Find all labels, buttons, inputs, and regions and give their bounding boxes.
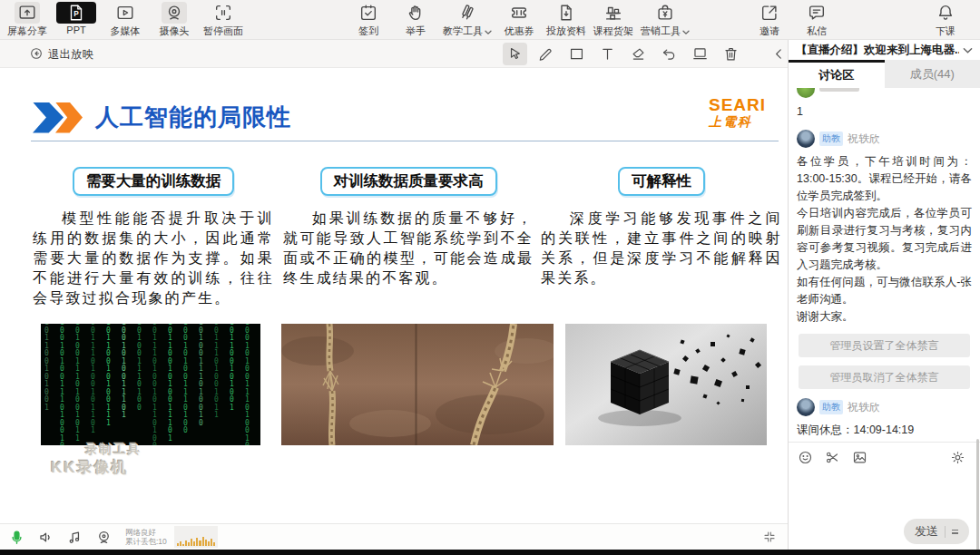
materials-icon — [554, 2, 579, 24]
scissors-icon[interactable] — [825, 450, 840, 465]
slide-title-row: 人工智能的局限性 — [33, 102, 291, 133]
toolbar-item-pause-frame[interactable]: 暂停画面 — [203, 2, 243, 38]
chat-message-text: 课间休息：14:09-14:19 — [797, 422, 972, 439]
section-heading: 需要大量的训练数据 — [73, 167, 235, 196]
gear-icon[interactable] — [950, 450, 965, 465]
ppt-file-icon: P — [56, 2, 96, 24]
tool-board-button[interactable] — [688, 43, 712, 65]
toolbar-item-label: 多媒体 — [111, 24, 141, 38]
tool-undo-button[interactable] — [657, 43, 681, 65]
toolbar-group-teaching: 签到举手教学工具优惠券投放资料课程货架营销工具 — [348, 2, 690, 38]
chat-message-text: 1 — [797, 103, 972, 121]
avatar[interactable] — [797, 130, 815, 148]
matrix-column: 1 0 1 1 0 0 1 0 1 0 0 1 1 1 — [106, 324, 111, 427]
toolbar-group-social: 邀请私信 — [750, 2, 837, 38]
annotation-toolbar — [503, 43, 822, 65]
toolbar-item-private-message[interactable]: 私信 — [797, 2, 837, 38]
matrix-column: 1 0 0 1 0 1 0 0 1 1 1 0 1 0 0 — [183, 324, 188, 435]
audio-level-meter — [174, 526, 218, 548]
emoji-icon[interactable] — [798, 450, 813, 465]
live-title-bar[interactable]: 【直播介绍】欢迎来到上海电器... — [789, 40, 980, 60]
matrix-code-image: 1 0 1 1 0 0 1 0 1 0 0 11 0 0 1 0 1 0 0 1… — [41, 324, 260, 445]
watermark-line1: 录制工具 — [85, 443, 142, 458]
matrix-column: 1 0 1 0 0 1 1 1 0 1 0 0 1 0 — [199, 324, 203, 427]
webcam-icon — [162, 2, 187, 24]
marketing-tools-icon — [652, 2, 678, 24]
slide-title: 人工智能的局限性 — [95, 102, 291, 133]
invite-icon — [757, 2, 782, 24]
matrix-column: 1 0 0 1 0 1 0 0 1 1 1 0 1 0 0 1 0 — [245, 324, 250, 445]
tool-trash-button[interactable] — [719, 43, 743, 65]
tool-eraser-button[interactable] — [626, 43, 651, 65]
chevron-down-icon — [682, 26, 690, 37]
logo-text: SEARI — [709, 96, 766, 113]
recorder-watermark: 录制工具 KK录像机 — [51, 443, 142, 477]
section-body: 如果训练数据的质量不够好，就可能导致人工智能系统学到不全面或不正确的模型，可能会… — [283, 209, 534, 288]
matrix-column: 1 0 1 1 0 0 1 0 1 0 0 1 — [44, 324, 49, 412]
private-message-icon — [804, 2, 829, 24]
title-underline — [31, 141, 779, 141]
seari-logo: SEARI 上電科 — [709, 96, 766, 128]
class-end-icon — [933, 2, 958, 24]
toolbar-item-multimedia[interactable]: 多媒体 — [105, 2, 145, 38]
chevron-down-icon[interactable] — [963, 42, 973, 58]
chat-message-list[interactable]: 1助教祝轶欣各位学员，下午培训时间为：13:00-15:30。课程已经开始，请各… — [789, 88, 980, 442]
tab-discussion[interactable]: 讨论区 — [789, 60, 885, 88]
chat-scrollbar[interactable] — [976, 439, 979, 555]
image-icon[interactable] — [852, 450, 867, 465]
top-toolbar: 屏幕分享PPPT多媒体摄像头暂停画面 签到举手教学工具优惠券投放资料课程货架营销… — [0, 0, 980, 40]
exit-slideshow-button[interactable]: 退出放映 — [29, 46, 93, 63]
music-icon[interactable] — [64, 526, 85, 548]
matrix-column: 1 0 0 1 0 1 0 0 1 1 1 0 1 — [122, 324, 126, 420]
toolbar-item-invite[interactable]: 邀请 — [750, 2, 789, 38]
role-badge: 助教 — [819, 131, 843, 146]
exit-slideshow-label: 退出放映 — [48, 47, 93, 63]
toolbar-item-coupon[interactable]: 优惠券 — [499, 2, 539, 38]
slide-section-2: 对训练数据质量要求高 如果训练数据的质量不够好，就可能导致人工智能系统学到不全面… — [283, 167, 534, 288]
slide-section-3: 可解释性 深度学习能够发现事件之间的关联性，建立事件之间的映射关系，但是深度学习… — [541, 167, 782, 288]
coupon-icon — [506, 2, 532, 24]
toolbar-item-screen-share[interactable]: 屏幕分享 — [7, 2, 47, 38]
toolbar-item-webcam[interactable]: 摄像头 — [154, 2, 194, 38]
tool-cursor-button[interactable] — [503, 43, 527, 65]
chat-input-area[interactable]: 发送 — [789, 442, 980, 555]
toolbar-item-label: PPT — [66, 24, 85, 35]
matrix-column: 1 0 0 1 0 1 0 0 1 1 1 0 1 0 0 1 0 — [60, 324, 64, 445]
exit-slideshow-icon — [29, 46, 44, 63]
role-badge: 助教 — [819, 400, 843, 414]
collapse-icon[interactable] — [762, 530, 777, 548]
course-shelf-icon — [601, 2, 626, 24]
tool-pen-button[interactable] — [534, 43, 558, 65]
tab-members[interactable]: 成员(44) — [885, 60, 980, 88]
watermark-line2: KK录像机 — [51, 458, 142, 477]
toolbar-item-materials[interactable]: 投放资料 — [546, 2, 586, 38]
tool-text-button[interactable] — [595, 43, 620, 65]
avatar[interactable] — [797, 88, 815, 98]
send-options-icon[interactable] — [952, 530, 958, 534]
tool-rectangle-button[interactable] — [564, 43, 589, 65]
toolbar-item-ppt-file[interactable]: PPPT — [56, 2, 96, 35]
toolbar-item-raise-hand[interactable]: 举手 — [396, 2, 436, 38]
matrix-column: 0 0 1 1 1 0 1 0 0 1 0 1 1 — [214, 324, 219, 420]
toolbar-item-teaching-tools[interactable]: 教学工具 — [443, 2, 492, 38]
microphone-icon[interactable] — [5, 526, 27, 548]
avatar[interactable] — [797, 398, 815, 416]
chat-message-text: 各位学员，下午培训时间为：13:00-15:30。课程已经开始，请各位学员完成签… — [797, 153, 972, 326]
toolbar-item-class-end[interactable]: 下课 — [926, 2, 965, 38]
toolbar-item-label: 投放资料 — [546, 24, 586, 38]
svg-text:P: P — [74, 10, 79, 18]
chat-message-header: 助教祝轶欣 — [797, 130, 972, 148]
speaker-icon[interactable] — [34, 526, 56, 548]
chat-message: 助教祝轶欣课间休息：14:09-14:19 — [797, 398, 972, 439]
send-button[interactable]: 发送 — [904, 519, 969, 544]
live-title: 【直播介绍】欢迎来到上海电器... — [796, 43, 959, 58]
toolbar-item-course-shelf[interactable]: 课程货架 — [593, 2, 633, 38]
record-camera-icon[interactable] — [93, 526, 114, 548]
logo-subtext: 上電科 — [709, 115, 766, 128]
toolbar-item-marketing-tools[interactable]: 营销工具 — [641, 2, 690, 38]
matrix-column: 1 0 1 0 0 1 1 1 0 1 0 0 — [137, 324, 142, 412]
multimedia-icon — [113, 2, 138, 24]
toolbar-group-end: 下课 — [926, 2, 965, 38]
toolbar-item-sign-in[interactable]: 签到 — [348, 2, 388, 38]
system-message: 管理员取消了全体禁言 — [799, 365, 970, 389]
